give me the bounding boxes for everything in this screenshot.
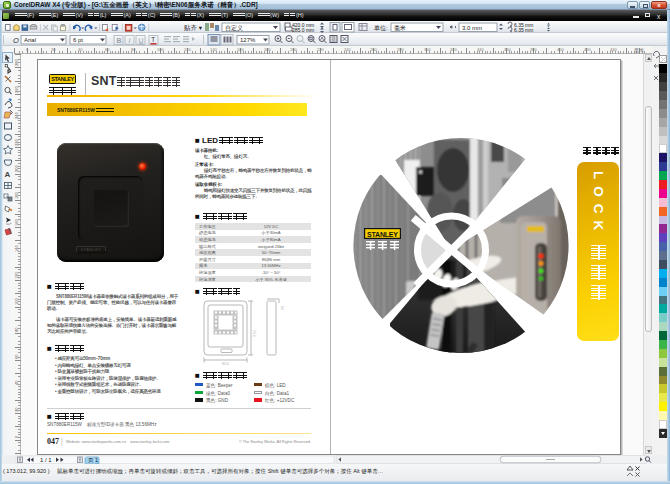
svg-text:单位:: 单位:: [374, 25, 388, 31]
svg-text:3.0 mm: 3.0 mm: [462, 25, 482, 31]
svg-text:毫米: 毫米: [394, 24, 406, 31]
svg-text:T: T: [151, 36, 156, 43]
svg-text:O: O: [13, 36, 19, 45]
svg-text:页 1: 页 1: [88, 457, 98, 463]
svg-text:贴齐 ▾: 贴齐 ▾: [184, 24, 203, 32]
svg-text:6.35 mm: 6.35 mm: [514, 27, 533, 33]
svg-text:127%: 127%: [240, 37, 256, 43]
svg-text:B: B: [117, 37, 122, 44]
svg-text:85.6: 85.6: [222, 362, 229, 366]
svg-text:U: U: [139, 37, 144, 44]
svg-text:16: 16: [280, 306, 284, 310]
svg-text:A: A: [5, 170, 11, 179]
svg-text:Arial: Arial: [24, 37, 36, 43]
svg-text:自定义: 自定义: [225, 24, 243, 32]
svg-text:I: I: [129, 37, 131, 44]
svg-text:76.6: 76.6: [252, 330, 256, 337]
svg-text:1 / 1: 1 / 1: [40, 457, 52, 463]
svg-text:6 pt: 6 pt: [73, 37, 83, 43]
svg-text:STANLEY: STANLEY: [367, 231, 398, 238]
